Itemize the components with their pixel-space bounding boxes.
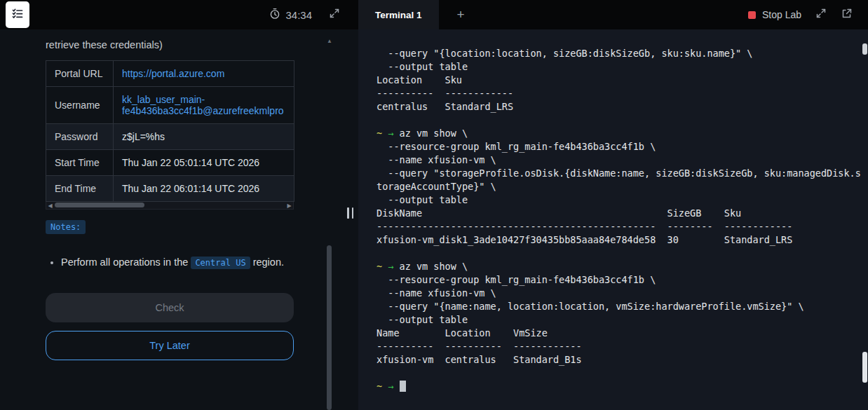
- left-scroll-thumb[interactable]: [327, 245, 332, 410]
- credential-label: End Time: [46, 176, 114, 202]
- panel-resize-handle[interactable]: [347, 207, 353, 219]
- credential-value: Thu Jan 22 06:01:14 UTC 2026: [114, 176, 294, 202]
- resize-bar: [347, 207, 349, 219]
- h-scroll-track[interactable]: [54, 202, 285, 209]
- scroll-right-icon[interactable]: ▶: [285, 203, 293, 209]
- terminal-line: --name xfusion-vm \: [377, 287, 858, 300]
- stop-square-icon: [748, 11, 756, 19]
- expand-icon: [815, 8, 827, 22]
- terminal-text: ~: [377, 128, 382, 139]
- terminal-line: xfusion-vm_disk1_3ade10427f30435bb85aaa8…: [377, 233, 858, 247]
- scroll-up-icon[interactable]: ▲: [327, 38, 332, 45]
- timer-icon: [269, 8, 280, 22]
- credential-label: Password: [46, 124, 114, 150]
- terminal-text: xfusion-vm_disk1_3ade10427f30435bb85aaa8…: [377, 234, 792, 245]
- task-list-icon: [11, 7, 24, 22]
- terminal-text: --resource-group kml_rg_main-fe4b436ba3c…: [377, 141, 656, 152]
- terminal-line: ---------- ------------: [377, 87, 858, 100]
- open-new-window-button[interactable]: [841, 8, 853, 22]
- task-list-toggle[interactable]: [6, 1, 29, 28]
- terminal-text: torageAccountType}" \: [377, 181, 496, 192]
- notes-badge: Notes:: [46, 220, 86, 234]
- app-root: 34:34 retrieve these credentials): [0, 0, 868, 410]
- terminal-text: --output table: [377, 314, 468, 325]
- terminal-topbar: Terminal 1 + Stop Lab: [358, 0, 868, 29]
- terminal-line: DiskName SizeGB Sku: [377, 207, 858, 220]
- terminal-panel: Terminal 1 + Stop Lab: [358, 0, 868, 410]
- new-terminal-button[interactable]: +: [457, 7, 465, 22]
- terminal-scroll-top-nub[interactable]: [862, 43, 867, 55]
- terminal-screen[interactable]: --query "{location:location, sizeGB:disk…: [358, 29, 868, 410]
- terminal-text: --query "storageProfile.osDisk.{diskName…: [377, 168, 861, 179]
- terminal-line: ----------------------------------------…: [377, 220, 858, 233]
- terminal-text: ~: [377, 261, 382, 272]
- notes-list: Perform all operations in the Central US…: [61, 255, 299, 271]
- terminal-text: --resource-group kml_rg_main-fe4b436ba3c…: [377, 274, 656, 285]
- stop-lab-button[interactable]: Stop Lab: [748, 9, 801, 20]
- terminal-line: [377, 114, 858, 127]
- table-row: Start TimeThu Jan 22 05:01:14 UTC 2026: [46, 150, 294, 176]
- terminal-line: --query "storageProfile.osDisk.{diskName…: [377, 167, 858, 180]
- terminal-line: [377, 247, 858, 260]
- tab-terminal-1[interactable]: Terminal 1: [358, 0, 439, 29]
- terminal-text: Name Location VmSize: [377, 327, 548, 339]
- resize-bar: [352, 207, 354, 219]
- credential-link[interactable]: kk_lab_user_main-fe4b436ba3cc4f1b@azuref…: [114, 87, 294, 124]
- terminal-line: Name Location VmSize: [377, 327, 858, 340]
- terminal-line: centralus Standard_LRS: [377, 100, 858, 114]
- check-button[interactable]: Check: [46, 293, 294, 322]
- expand-icon: [329, 8, 340, 22]
- terminal-topbar-actions: Stop Lab: [748, 8, 868, 22]
- expand-panel-button[interactable]: [329, 8, 340, 22]
- terminal-output: --query "{location:location, sizeGB:disk…: [377, 47, 858, 393]
- expand-terminal-button[interactable]: [815, 8, 827, 22]
- h-scroll-thumb[interactable]: [55, 203, 144, 207]
- scroll-left-icon[interactable]: ◀: [46, 203, 54, 209]
- terminal-text: DiskName SizeGB Sku: [377, 207, 741, 219]
- table-horizontal-scrollbar[interactable]: ◀ ▶: [46, 202, 294, 210]
- terminal-cursor: [400, 381, 406, 392]
- terminal-line: Location Sku: [377, 74, 858, 87]
- terminal-scrollbar[interactable]: [862, 29, 867, 410]
- terminal-text: ----------------------------------------…: [377, 221, 792, 232]
- terminal-line: --resource-group kml_rg_main-fe4b436ba3c…: [377, 140, 858, 153]
- credential-value: Thu Jan 22 05:01:14 UTC 2026: [114, 150, 294, 176]
- table-row: Portal URLhttps://portal.azure.com: [46, 61, 294, 87]
- terminal-line: ---------- ---------- ------------: [377, 340, 858, 353]
- left-vertical-scrollbar[interactable]: ▲: [327, 38, 332, 410]
- terminal-line: --output table: [377, 313, 858, 327]
- terminal-line: --output table: [377, 193, 858, 207]
- terminal-text: --name xfusion-vm \: [377, 287, 496, 299]
- terminal-text: --query "{location:location, sizeGB:disk…: [377, 48, 752, 59]
- table-row: Usernamekk_lab_user_main-fe4b436ba3cc4f1…: [46, 87, 294, 124]
- credential-label: Portal URL: [46, 61, 114, 87]
- terminal-text: Location Sku: [377, 74, 462, 86]
- note-text-after: region.: [253, 257, 284, 268]
- credential-link[interactable]: https://portal.azure.com: [114, 61, 294, 87]
- terminal-line: --output table: [377, 60, 858, 74]
- terminal-text: ~: [377, 381, 382, 392]
- terminal-text: [393, 381, 399, 392]
- credential-label: Start Time: [46, 150, 114, 176]
- credential-label: Username: [46, 87, 114, 124]
- region-chip: Central US: [191, 257, 250, 269]
- terminal-line: ~ → az vm show \: [377, 127, 858, 140]
- note-text-before: Perform all operations in the: [61, 257, 188, 268]
- open-external-icon: [841, 8, 853, 22]
- terminal-text: centralus Standard_LRS: [377, 101, 513, 112]
- terminal-scroll-thumb[interactable]: [862, 352, 867, 383]
- terminal-line: [377, 367, 858, 380]
- credential-value: z$jL=%hs: [114, 124, 294, 150]
- terminal-text: ---------- ---------- ------------: [377, 341, 582, 352]
- terminal-line: --query "{name:name, location:location, …: [377, 300, 858, 313]
- terminal-line: --name xfusion-vm \: [377, 153, 858, 167]
- instructions-content: retrieve these credentials) Portal URLht…: [0, 29, 358, 410]
- intro-text: retrieve these credentials): [46, 39, 358, 50]
- table-row: End TimeThu Jan 22 06:01:14 UTC 2026: [46, 176, 294, 202]
- terminal-text: --name xfusion-vm \: [377, 154, 496, 165]
- credentials-table: Portal URLhttps://portal.azure.comUserna…: [46, 60, 294, 202]
- terminal-line: --query "{location:location, sizeGB:disk…: [377, 47, 858, 60]
- terminal-text: --query "{name:name, location:location, …: [377, 301, 804, 312]
- try-later-button[interactable]: Try Later: [46, 331, 294, 360]
- table-row: Passwordz$jL=%hs: [46, 124, 294, 150]
